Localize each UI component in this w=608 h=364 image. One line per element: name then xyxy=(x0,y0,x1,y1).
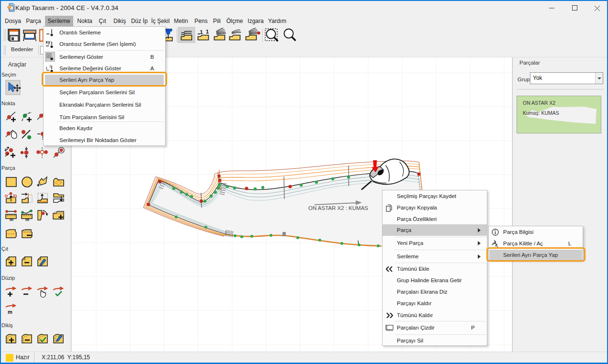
svg-text:ON ASTAR X2 : KUMAS: ON ASTAR X2 : KUMAS xyxy=(308,205,368,211)
svg-text:m: m xyxy=(25,217,29,222)
svg-text:1: 1 xyxy=(200,29,203,35)
svg-text:1: 1 xyxy=(49,65,51,68)
svg-text:xy: xy xyxy=(45,40,50,44)
svg-text:1: 1 xyxy=(206,29,209,34)
svg-text:m: m xyxy=(8,309,12,315)
svg-text:m: m xyxy=(10,217,13,222)
svg-text:1: 1 xyxy=(45,66,48,70)
